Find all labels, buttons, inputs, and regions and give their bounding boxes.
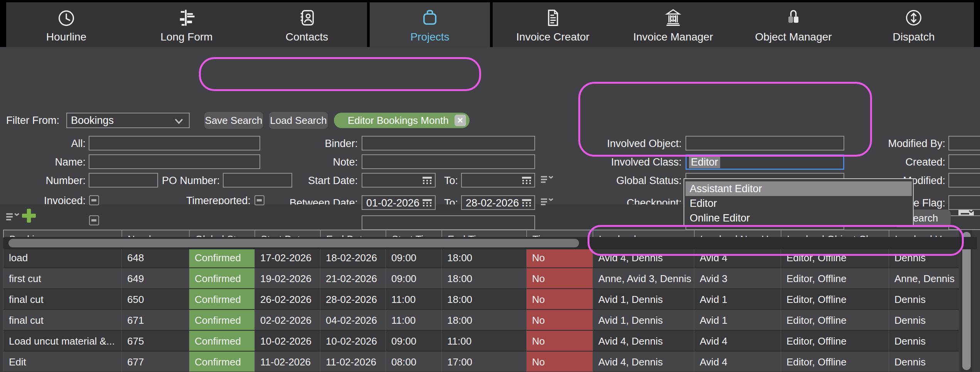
table-cell[interactable]: No [526,331,593,352]
saved-search-tag[interactable]: Editor Bookings Month ✕ [334,113,470,128]
timereported-checkbox[interactable] [254,195,264,205]
po-number-input[interactable] [223,173,292,188]
table-cell[interactable]: Confirmed [189,247,254,268]
table-cell[interactable]: No [526,352,593,372]
dropdown-option-assistant-editor[interactable]: Assistant Editor [685,181,912,196]
table-cell[interactable]: 18:00 [441,289,526,310]
table-cell[interactable]: 26-02-2026 [254,289,320,310]
table-cell[interactable]: No [526,310,593,331]
table-cell[interactable]: final cut [3,310,121,331]
vertical-scrollbar-track[interactable] [961,230,972,372]
between-date-from-input[interactable]: 01-02-2026 [362,195,436,210]
involved-object-input[interactable] [685,136,844,150]
close-icon[interactable]: ✕ [455,115,466,126]
created-input[interactable] [948,154,980,169]
table-cell[interactable]: Editor, Offline [781,268,889,289]
table-cell[interactable]: 677 [121,352,189,372]
start-date-input[interactable] [362,173,436,188]
table-cell[interactable]: No [526,268,593,289]
filter-from-select[interactable]: Bookings [66,113,190,128]
list-menu-chevron-icon[interactable] [540,174,554,188]
table-cell[interactable]: 17-02-2026 [254,247,320,268]
number-input[interactable] [89,173,158,188]
table-cell[interactable]: Confirmed [189,289,254,310]
load-search-button[interactable]: Load Search [269,112,328,129]
table-cell[interactable]: 649 [121,268,189,289]
table-cell[interactable]: No [526,289,593,310]
table-cell[interactable]: Confirmed [189,331,254,352]
table-cell[interactable]: Avid 1, Dennis [593,289,694,310]
table-cell[interactable]: Avid 4, Dennis [593,331,694,352]
nav-tab-object-manager[interactable]: Object Manager [733,2,854,47]
invoice-flag-input[interactable] [948,195,980,210]
nav-tab-long-form[interactable]: Long Form [126,2,247,47]
table-cell[interactable]: Load uncut material &... [3,331,121,352]
list-menu-chevron-icon[interactable] [5,211,21,226]
table-cell[interactable]: Editor, Offline [781,331,889,352]
table-cell[interactable]: 10-02-2026 [254,331,320,352]
modified-input[interactable] [948,173,980,188]
involved-class-input[interactable]: Editor [685,154,844,170]
table-cell[interactable]: first cut [3,268,121,289]
table-cell[interactable]: 18:00 [441,247,526,268]
table-cell[interactable]: No [526,247,593,268]
table-cell[interactable]: 671 [121,310,189,331]
table-cell[interactable]: Editor, Offline [781,310,889,331]
table-cell[interactable]: 11-02-2026 [320,352,386,372]
table-cell[interactable]: 02-02-2026 [254,310,320,331]
calendar-icon[interactable] [521,176,532,187]
table-cell[interactable]: 11:00 [441,331,526,352]
table-cell[interactable]: 18:00 [441,310,526,331]
table-cell[interactable]: Avid 1 [694,289,781,310]
table-cell[interactable]: 18:00 [441,268,526,289]
table-cell[interactable]: 09:00 [386,331,441,352]
nav-tab-contacts[interactable]: Contacts [247,2,367,47]
table-cell[interactable]: Confirmed [189,268,254,289]
calendar-icon[interactable] [521,198,532,209]
save-search-button[interactable]: Save Search [204,112,263,129]
plus-icon[interactable] [22,208,36,225]
calendar-icon[interactable] [422,176,433,187]
table-cell[interactable]: Dennis [889,310,959,331]
table-cell[interactable]: Dennis [889,331,959,352]
table-cell[interactable]: 09:00 [386,247,441,268]
invoice-note-input[interactable] [362,215,535,230]
nav-tab-dispatch[interactable]: Dispatch [854,2,974,47]
table-cell[interactable]: Dennis [889,352,959,372]
nav-tab-hourline[interactable]: Hourline [6,2,126,47]
list-menu-chevron-icon[interactable] [540,196,554,211]
table-cell[interactable]: 11:00 [386,289,441,310]
table-cell[interactable]: 04-02-2026 [320,310,386,331]
nav-tab-projects[interactable]: Projects [367,2,493,47]
table-cell[interactable]: Edit [3,352,121,372]
calendar-icon[interactable] [422,198,433,209]
table-cell[interactable]: Avid 4 [694,352,781,372]
extras-include-checkbox[interactable] [89,215,99,225]
horizontal-scrollbar-thumb[interactable] [8,239,579,247]
table-cell[interactable]: Confirmed [189,310,254,331]
name-input[interactable] [89,154,260,169]
table-cell[interactable]: Anne, Avid 3, Dennis [593,268,694,289]
table-cell[interactable]: 650 [121,289,189,310]
table-cell[interactable]: Avid 1 [694,310,781,331]
nav-tab-invoice-creator[interactable]: Invoice Creator [493,2,613,47]
table-cell[interactable]: 11-02-2026 [254,352,320,372]
between-date-to-input[interactable]: 28-02-2026 [461,195,535,210]
table-cell[interactable]: Editor, Offline [781,289,889,310]
table-cell[interactable]: 675 [121,331,189,352]
table-cell[interactable]: 11:00 [386,310,441,331]
table-cell[interactable]: 17:00 [441,352,526,372]
table-cell[interactable]: 21-02-2026 [320,268,386,289]
table-cell[interactable]: Avid 4 [694,247,781,268]
table-cell[interactable]: Avid 4 [694,331,781,352]
table-cell[interactable]: Dennis [889,289,959,310]
table-cell[interactable]: 09:00 [386,268,441,289]
vertical-scrollbar-thumb[interactable] [962,232,971,370]
note-input[interactable] [362,154,535,169]
table-cell[interactable]: Avid 4, Dennis [593,352,694,372]
dropdown-option-online-editor[interactable]: Online Editor [684,211,913,225]
extended-input[interactable] [948,215,980,230]
table-cell[interactable]: 648 [121,247,189,268]
table-cell[interactable]: load [3,247,121,268]
table-cell[interactable]: Confirmed [189,352,254,372]
